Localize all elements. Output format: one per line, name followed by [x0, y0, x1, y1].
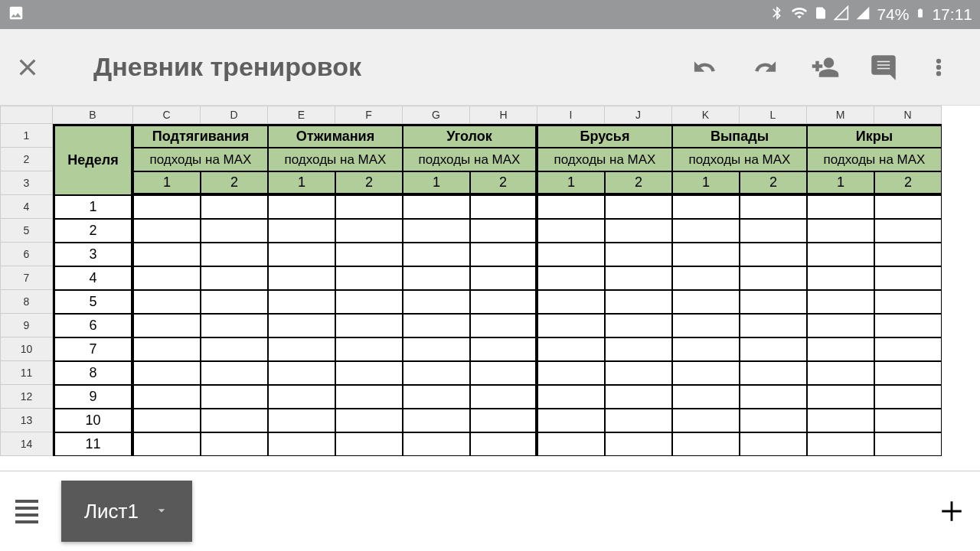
close-icon[interactable]: [15, 55, 40, 80]
cell[interactable]: [133, 314, 201, 337]
cell[interactable]: [133, 337, 201, 361]
col-head-N[interactable]: N: [874, 106, 942, 124]
cell[interactable]: [874, 361, 942, 385]
cell[interactable]: [874, 219, 942, 243]
cell[interactable]: [133, 385, 201, 409]
cell[interactable]: [335, 219, 403, 243]
cell[interactable]: подходы на MAX: [403, 148, 537, 171]
row-head-7[interactable]: 7: [0, 266, 53, 290]
cell[interactable]: подходы на MAX: [133, 148, 268, 171]
row-head-14[interactable]: 14: [0, 432, 53, 456]
cell[interactable]: [335, 243, 403, 266]
cell[interactable]: [874, 290, 942, 314]
cell[interactable]: [672, 432, 740, 456]
cell-exercise-1[interactable]: Отжимания: [268, 124, 403, 148]
cell[interactable]: [807, 219, 874, 243]
cell[interactable]: 1: [807, 171, 874, 195]
col-head-K[interactable]: K: [672, 106, 740, 124]
cell[interactable]: [470, 361, 537, 385]
row-head-5[interactable]: 5: [0, 219, 53, 243]
cell[interactable]: 1: [133, 171, 201, 195]
cell[interactable]: [537, 219, 605, 243]
cell[interactable]: [470, 243, 537, 266]
col-head-L[interactable]: L: [740, 106, 807, 124]
cell[interactable]: [201, 195, 268, 219]
cell[interactable]: подходы на MAX: [268, 148, 403, 171]
cell[interactable]: [335, 361, 403, 385]
undo-icon[interactable]: [689, 56, 720, 79]
cell[interactable]: 2: [335, 171, 403, 195]
cell[interactable]: [740, 361, 807, 385]
cell[interactable]: [335, 385, 403, 409]
cell[interactable]: [268, 314, 335, 337]
cell[interactable]: [268, 243, 335, 266]
cell[interactable]: [403, 432, 470, 456]
cell[interactable]: [201, 432, 268, 456]
col-head-M[interactable]: M: [807, 106, 874, 124]
cell-week-8[interactable]: 8: [53, 361, 133, 385]
cell[interactable]: [201, 314, 268, 337]
cell[interactable]: [672, 385, 740, 409]
cell[interactable]: [740, 314, 807, 337]
cell[interactable]: [201, 290, 268, 314]
cell[interactable]: [335, 290, 403, 314]
row-head-4[interactable]: 4: [0, 195, 53, 219]
cell[interactable]: [537, 337, 605, 361]
cell[interactable]: [335, 337, 403, 361]
cell[interactable]: [537, 243, 605, 266]
cell[interactable]: [470, 432, 537, 456]
more-vert-icon[interactable]: [928, 54, 949, 81]
cell[interactable]: [268, 219, 335, 243]
cell[interactable]: [133, 243, 201, 266]
cell[interactable]: 2: [740, 171, 807, 195]
cell[interactable]: [740, 243, 807, 266]
cell[interactable]: [672, 266, 740, 290]
cell[interactable]: [807, 385, 874, 409]
col-head-H[interactable]: H: [470, 106, 537, 124]
cell[interactable]: [133, 409, 201, 432]
cell[interactable]: [605, 314, 672, 337]
col-head-B[interactable]: B: [53, 106, 133, 124]
cell[interactable]: [268, 432, 335, 456]
cell[interactable]: [268, 385, 335, 409]
cell[interactable]: [807, 432, 874, 456]
cell[interactable]: [874, 195, 942, 219]
cell[interactable]: [201, 266, 268, 290]
cell[interactable]: [268, 290, 335, 314]
cell[interactable]: 2: [874, 171, 942, 195]
cell[interactable]: [874, 243, 942, 266]
col-head-I[interactable]: I: [537, 106, 605, 124]
col-head-E[interactable]: E: [268, 106, 335, 124]
cell[interactable]: [874, 432, 942, 456]
cell[interactable]: [807, 290, 874, 314]
cell[interactable]: [605, 266, 672, 290]
cell-week-11[interactable]: 11: [53, 432, 133, 456]
cell[interactable]: [403, 243, 470, 266]
cell[interactable]: [605, 195, 672, 219]
col-head-C[interactable]: C: [133, 106, 201, 124]
cell[interactable]: [672, 195, 740, 219]
cell[interactable]: [672, 290, 740, 314]
cell[interactable]: [807, 361, 874, 385]
cell[interactable]: подходы на MAX: [807, 148, 942, 171]
cell[interactable]: [133, 432, 201, 456]
cell[interactable]: [403, 409, 470, 432]
cell[interactable]: 1: [672, 171, 740, 195]
cell[interactable]: [807, 266, 874, 290]
col-head-J[interactable]: J: [605, 106, 672, 124]
cell[interactable]: [605, 337, 672, 361]
cell[interactable]: [740, 432, 807, 456]
cell-week-4[interactable]: 4: [53, 266, 133, 290]
cell[interactable]: [874, 314, 942, 337]
cell-week-6[interactable]: 6: [53, 314, 133, 337]
cell[interactable]: [335, 195, 403, 219]
cell[interactable]: [537, 361, 605, 385]
cell[interactable]: подходы на MAX: [672, 148, 807, 171]
cell[interactable]: [740, 385, 807, 409]
cell[interactable]: [268, 409, 335, 432]
cell[interactable]: [133, 361, 201, 385]
row-head-9[interactable]: 9: [0, 314, 53, 337]
cell[interactable]: [403, 337, 470, 361]
add-sheet-icon[interactable]: [939, 498, 965, 524]
cell-exercise-2[interactable]: Уголок: [403, 124, 537, 148]
